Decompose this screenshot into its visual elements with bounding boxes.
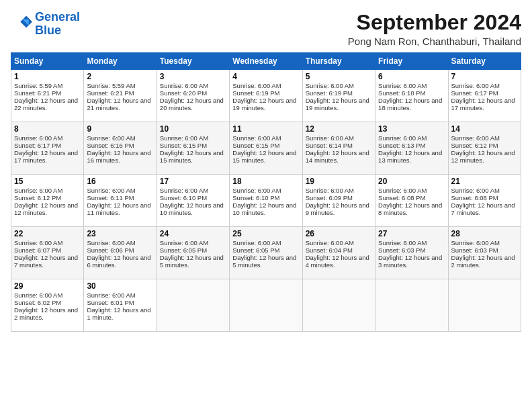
table-row: 17 Sunrise: 6:00 AMSunset: 6:10 PMDaylig… xyxy=(157,175,229,227)
table-row: 27 Sunrise: 6:00 AMSunset: 6:03 PMDaylig… xyxy=(375,227,448,279)
logo-blue: Blue xyxy=(35,24,61,37)
calendar-subtitle: Pong Nam Ron, Chanthaburi, Thailand xyxy=(348,36,521,47)
table-row xyxy=(157,279,229,332)
table-row: 14 Sunrise: 6:00 AMSunset: 6:12 PMDaylig… xyxy=(448,122,521,175)
col-friday: Friday xyxy=(375,53,448,70)
table-row: 8 Sunrise: 6:00 AMSunset: 6:17 PMDayligh… xyxy=(11,122,84,175)
week-row: 22 Sunrise: 6:00 AMSunset: 6:07 PMDaylig… xyxy=(11,227,521,279)
col-saturday: Saturday xyxy=(448,53,521,70)
week-row: 15 Sunrise: 6:00 AMSunset: 6:12 PMDaylig… xyxy=(11,175,521,227)
table-row xyxy=(230,279,302,332)
table-row: 26 Sunrise: 6:00 AMSunset: 6:04 PMDaylig… xyxy=(302,227,375,279)
calendar-table: Sunday Monday Tuesday Wednesday Thursday… xyxy=(11,52,521,332)
table-row xyxy=(375,279,448,332)
table-row: 1 Sunrise: 5:59 AMSunset: 6:21 PMDayligh… xyxy=(11,70,84,122)
page: General Blue September 2024 Pong Nam Ron… xyxy=(0,0,532,411)
header-row: Sunday Monday Tuesday Wednesday Thursday… xyxy=(11,53,521,70)
week-row: 1 Sunrise: 5:59 AMSunset: 6:21 PMDayligh… xyxy=(11,70,521,122)
col-sunday: Sunday xyxy=(11,53,84,70)
col-thursday: Thursday xyxy=(302,53,375,70)
table-row: 4 Sunrise: 6:00 AMSunset: 6:19 PMDayligh… xyxy=(230,70,302,122)
table-row: 7 Sunrise: 6:00 AMSunset: 6:17 PMDayligh… xyxy=(448,70,521,122)
table-row: 16 Sunrise: 6:00 AMSunset: 6:11 PMDaylig… xyxy=(84,175,157,227)
table-row xyxy=(448,279,521,332)
table-row: 21 Sunrise: 6:00 AMSunset: 6:08 PMDaylig… xyxy=(448,175,521,227)
title-block: September 2024 Pong Nam Ron, Chanthaburi… xyxy=(348,11,521,47)
logo: General Blue xyxy=(11,11,80,38)
table-row: 11 Sunrise: 6:00 AMSunset: 6:15 PMDaylig… xyxy=(230,122,302,175)
table-row: 24 Sunrise: 6:00 AMSunset: 6:05 PMDaylig… xyxy=(157,227,229,279)
table-row: 13 Sunrise: 6:00 AMSunset: 6:13 PMDaylig… xyxy=(375,122,448,175)
header: General Blue September 2024 Pong Nam Ron… xyxy=(11,11,521,47)
table-row: 28 Sunrise: 6:00 AMSunset: 6:03 PMDaylig… xyxy=(448,227,521,279)
calendar-body: 1 Sunrise: 5:59 AMSunset: 6:21 PMDayligh… xyxy=(11,70,521,332)
col-tuesday: Tuesday xyxy=(157,53,229,70)
week-row: 8 Sunrise: 6:00 AMSunset: 6:17 PMDayligh… xyxy=(11,122,521,175)
logo-icon xyxy=(11,13,32,35)
table-row: 3 Sunrise: 6:00 AMSunset: 6:20 PMDayligh… xyxy=(157,70,229,122)
table-row: 30 Sunrise: 6:00 AMSunset: 6:01 PMDaylig… xyxy=(84,279,157,332)
table-row: 9 Sunrise: 6:00 AMSunset: 6:16 PMDayligh… xyxy=(84,122,157,175)
table-row: 22 Sunrise: 6:00 AMSunset: 6:07 PMDaylig… xyxy=(11,227,84,279)
table-row xyxy=(302,279,375,332)
table-row: 25 Sunrise: 6:00 AMSunset: 6:05 PMDaylig… xyxy=(230,227,302,279)
col-wednesday: Wednesday xyxy=(230,53,302,70)
table-row: 29 Sunrise: 6:00 AMSunset: 6:02 PMDaylig… xyxy=(11,279,84,332)
week-row: 29 Sunrise: 6:00 AMSunset: 6:02 PMDaylig… xyxy=(11,279,521,332)
table-row: 18 Sunrise: 6:00 AMSunset: 6:10 PMDaylig… xyxy=(230,175,302,227)
table-row: 15 Sunrise: 6:00 AMSunset: 6:12 PMDaylig… xyxy=(11,175,84,227)
table-row: 19 Sunrise: 6:00 AMSunset: 6:09 PMDaylig… xyxy=(302,175,375,227)
table-row: 12 Sunrise: 6:00 AMSunset: 6:14 PMDaylig… xyxy=(302,122,375,175)
col-monday: Monday xyxy=(84,53,157,70)
table-row: 10 Sunrise: 6:00 AMSunset: 6:15 PMDaylig… xyxy=(157,122,229,175)
table-row: 2 Sunrise: 5:59 AMSunset: 6:21 PMDayligh… xyxy=(84,70,157,122)
table-row: 5 Sunrise: 6:00 AMSunset: 6:19 PMDayligh… xyxy=(302,70,375,122)
table-row: 20 Sunrise: 6:00 AMSunset: 6:08 PMDaylig… xyxy=(375,175,448,227)
logo-text: General Blue xyxy=(35,11,80,38)
calendar-header: Sunday Monday Tuesday Wednesday Thursday… xyxy=(11,53,521,70)
table-row: 23 Sunrise: 6:00 AMSunset: 6:06 PMDaylig… xyxy=(84,227,157,279)
logo-general: General xyxy=(35,10,80,24)
calendar-title: September 2024 xyxy=(348,11,521,34)
table-row: 6 Sunrise: 6:00 AMSunset: 6:18 PMDayligh… xyxy=(375,70,448,122)
